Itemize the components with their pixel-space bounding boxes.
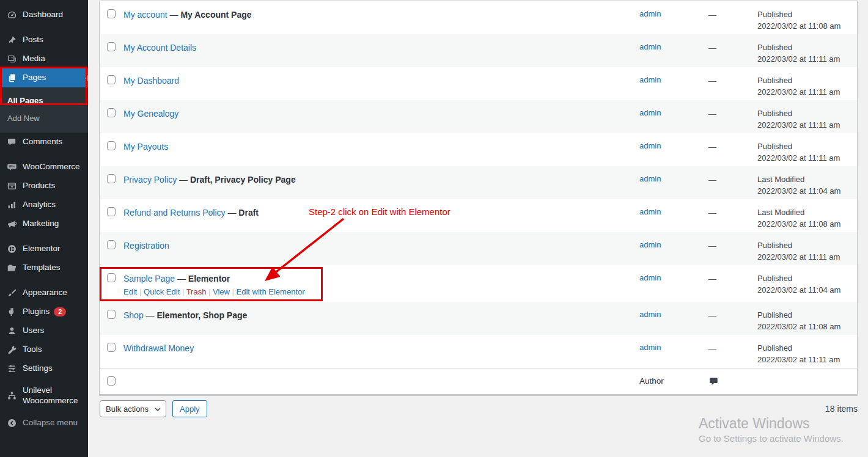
author-link[interactable]: admin	[639, 108, 661, 117]
admin-sidebar: DashboardPostsMediaPagesAll PagesAdd New…	[0, 0, 88, 457]
row-action-edit[interactable]: Edit	[123, 287, 137, 296]
row-checkbox[interactable]	[107, 9, 116, 18]
sidebar-item-unilevel-woocommerce[interactable]: Unilevel Woocommerce	[0, 384, 88, 408]
products-icon	[6, 180, 18, 192]
table-row: Withdrawal Moneyadmin—Published2022/03/0…	[100, 335, 857, 368]
publish-date: 2022/03/02 at 11:11 am	[757, 354, 852, 366]
page-title-link[interactable]: Withdrawal Money	[123, 343, 194, 353]
sidebar-item-pages[interactable]: Pages	[0, 68, 88, 87]
title-state-separator: —	[167, 10, 181, 20]
sidebar-item-label: Collapse menu	[23, 418, 78, 428]
comments-count: —	[708, 109, 716, 119]
row-checkbox[interactable]	[107, 174, 116, 183]
page-title-link[interactable]: Registration	[123, 241, 169, 250]
sidebar-item-comments[interactable]: Comments	[0, 133, 88, 152]
sidebar-subitem-all-pages[interactable]: All Pages	[0, 92, 88, 109]
windows-activation-watermark: Activate Windows Go to Settings to activ…	[699, 415, 844, 444]
publish-status: Published	[757, 9, 852, 21]
comments-count: —	[708, 142, 716, 152]
sidebar-item-plugins[interactable]: Plugins2	[0, 302, 88, 321]
sidebar-item-elementor[interactable]: Elementor	[0, 239, 88, 258]
publish-status: Published	[757, 343, 852, 354]
publish-date: 2022/03/02 at 11:04 am	[757, 285, 852, 296]
page-title-link[interactable]: My Genealogy	[123, 109, 178, 119]
author-link[interactable]: admin	[639, 141, 661, 150]
publish-status: Published	[757, 42, 852, 54]
apply-button[interactable]: Apply	[172, 400, 207, 417]
bulk-actions-select[interactable]: Bulk actions	[100, 400, 166, 417]
author-link[interactable]: admin	[639, 310, 661, 319]
table-row: My Account Detailsadmin—Published2022/03…	[100, 34, 857, 67]
author-column-header: Author	[639, 368, 708, 394]
bulk-actions-bar: Bulk actions Apply	[100, 400, 207, 417]
sidebar-item-woocommerce[interactable]: WooWooCommerce	[0, 158, 88, 177]
publish-date: 2022/03/02 at 11:11 am	[757, 87, 852, 98]
sidebar-item-media[interactable]: Media	[0, 49, 88, 68]
comments-count: —	[708, 208, 716, 218]
row-action-edit-with-elementor[interactable]: Edit with Elementor	[237, 287, 305, 296]
row-checkbox[interactable]	[107, 108, 116, 117]
page-title-link[interactable]: Privacy Policy	[123, 175, 177, 185]
comments-count: —	[708, 344, 716, 353]
sidebar-item-tools[interactable]: Tools	[0, 340, 88, 359]
sidebar-item-label: Users	[23, 326, 44, 336]
page-title-link[interactable]: My account	[123, 10, 167, 20]
select-all-checkbox[interactable]	[107, 376, 116, 386]
author-link[interactable]: admin	[639, 273, 661, 282]
page-title-link[interactable]: Shop	[123, 310, 144, 320]
post-state-label: Elementor, Shop Page	[156, 310, 247, 320]
publish-date: 2022/03/02 at 11:11 am	[757, 252, 852, 263]
sidebar-item-settings[interactable]: Settings	[0, 359, 88, 378]
row-checkbox[interactable]	[107, 310, 116, 319]
author-link[interactable]: admin	[639, 343, 661, 352]
sidebar-item-label: Products	[23, 181, 55, 191]
row-checkbox[interactable]	[107, 75, 116, 84]
sidebar-item-templates[interactable]: Templates	[0, 258, 88, 277]
author-link[interactable]: admin	[639, 207, 661, 216]
sidebar-item-marketing[interactable]: Marketing	[0, 214, 88, 233]
author-link[interactable]: admin	[639, 42, 661, 51]
watermark-subtitle: Go to Settings to activate Windows.	[699, 433, 844, 444]
row-action-view[interactable]: View	[213, 287, 230, 296]
row-checkbox[interactable]	[107, 343, 116, 352]
author-link[interactable]: admin	[639, 9, 661, 18]
media-icon	[6, 53, 18, 65]
row-action-trash[interactable]: Trash	[186, 287, 207, 296]
sidebar-item-users[interactable]: Users	[0, 321, 88, 340]
row-checkbox[interactable]	[107, 141, 116, 150]
row-action-quick-edit[interactable]: Quick Edit	[144, 287, 180, 296]
sidebar-item-collapse-menu[interactable]: Collapse menu	[0, 414, 88, 433]
table-row: Shop — Elementor, Shop Pageadmin—Publish…	[100, 302, 857, 335]
table-row: Privacy Policy — Draft, Privacy Policy P…	[100, 166, 857, 199]
publish-status: Published	[757, 75, 852, 87]
page-title-link[interactable]: Sample Page	[123, 274, 175, 283]
title-state-separator: —	[177, 175, 190, 185]
row-checkbox[interactable]	[107, 240, 116, 249]
sidebar-item-posts[interactable]: Posts	[0, 31, 88, 49]
row-checkbox[interactable]	[107, 207, 116, 216]
pages-submenu: All PagesAdd New	[0, 87, 88, 133]
unilevel-icon	[6, 390, 18, 402]
row-checkbox[interactable]	[107, 42, 116, 51]
pages-icon	[6, 72, 18, 84]
marketing-icon	[6, 218, 18, 230]
sidebar-item-dashboard[interactable]: Dashboard	[0, 5, 88, 24]
comments-count: —	[708, 10, 716, 20]
author-link[interactable]: admin	[639, 240, 661, 249]
author-link[interactable]: admin	[639, 75, 661, 84]
page-title-link[interactable]: My Payouts	[123, 142, 168, 152]
sidebar-subitem-add-new[interactable]: Add New	[0, 109, 88, 127]
analytics-icon	[6, 199, 18, 211]
publish-status: Published	[757, 273, 852, 285]
publish-date: 2022/03/02 at 11:08 am	[757, 321, 852, 333]
sidebar-item-label: Tools	[23, 345, 42, 355]
sidebar-item-analytics[interactable]: Analytics	[0, 196, 88, 214]
sidebar-item-products[interactable]: Products	[0, 177, 88, 196]
author-link[interactable]: admin	[639, 174, 661, 183]
row-checkbox[interactable]	[107, 273, 116, 282]
sidebar-item-appearance[interactable]: Appearance	[0, 283, 88, 302]
page-title-link[interactable]: Refund and Returns Policy	[123, 208, 226, 218]
page-title-link[interactable]: My Dashboard	[123, 76, 179, 86]
bulk-actions-select-value: Bulk actions	[106, 404, 149, 414]
page-title-link[interactable]: My Account Details	[123, 43, 196, 53]
